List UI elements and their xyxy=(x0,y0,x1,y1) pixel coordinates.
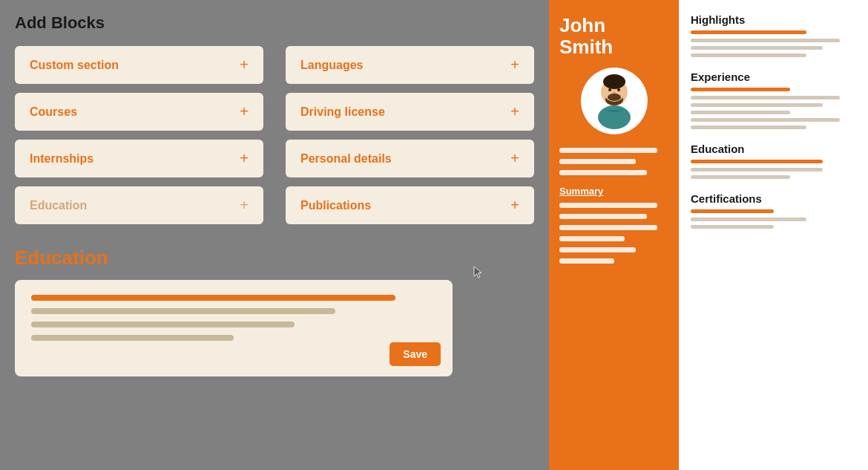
form-line-orange xyxy=(31,295,395,301)
content-line xyxy=(691,96,840,99)
sidebar-line xyxy=(559,148,657,153)
summary-line xyxy=(559,203,657,208)
section-title-certifications: Certifications xyxy=(691,192,856,205)
section-accent-line xyxy=(691,209,774,213)
resume-preview: John Smith xyxy=(549,0,868,470)
block-languages[interactable]: Languages + xyxy=(286,46,534,84)
block-driving-license[interactable]: Driving license + xyxy=(286,93,534,131)
svg-point-8 xyxy=(598,105,631,129)
summary-line xyxy=(559,214,647,219)
summary-line xyxy=(559,225,657,230)
form-line-2 xyxy=(31,322,295,327)
education-heading: Education xyxy=(15,247,534,270)
svg-point-4 xyxy=(608,88,611,91)
content-line xyxy=(691,46,823,50)
right-section-experience: Experience xyxy=(691,71,856,129)
svg-point-5 xyxy=(617,88,620,91)
save-button[interactable]: Save xyxy=(389,342,441,366)
content-line xyxy=(691,53,806,57)
plus-icon: + xyxy=(510,197,519,214)
section-title-experience: Experience xyxy=(691,71,856,83)
content-line xyxy=(691,39,840,42)
plus-icon: + xyxy=(240,103,249,120)
summary-line xyxy=(559,236,625,241)
resume-sidebar: John Smith xyxy=(549,0,679,470)
plus-icon: + xyxy=(510,103,519,120)
content-line xyxy=(691,168,823,172)
section-title-highlights: Highlights xyxy=(691,13,856,26)
section-accent-line xyxy=(691,30,806,34)
block-custom-section[interactable]: Custom section + xyxy=(15,46,263,84)
page-title: Add Blocks xyxy=(15,13,534,33)
content-line xyxy=(691,111,790,114)
block-courses[interactable]: Courses + xyxy=(15,93,263,131)
plus-icon: + xyxy=(240,150,249,167)
blocks-grid: Custom section + Languages + Courses + D… xyxy=(15,46,534,224)
plus-icon: + xyxy=(510,150,519,167)
summary-line xyxy=(559,258,614,264)
section-accent-line xyxy=(691,88,790,91)
content-line xyxy=(691,218,806,221)
resume-name: John Smith xyxy=(559,15,668,57)
summary-line xyxy=(559,247,636,252)
content-line xyxy=(691,125,806,129)
avatar xyxy=(581,68,648,134)
right-section-certifications: Certifications xyxy=(691,192,856,229)
block-personal-details[interactable]: Personal details + xyxy=(286,140,534,177)
summary-label: Summary xyxy=(559,186,668,197)
summary-lines xyxy=(559,203,668,264)
left-panel: Add Blocks Custom section + Languages + … xyxy=(0,0,549,470)
education-section: Education Save xyxy=(15,247,534,376)
sidebar-line xyxy=(559,159,636,164)
section-title-education: Education xyxy=(691,143,856,155)
resume-content: Highlights Experience Education Certific… xyxy=(679,0,868,470)
form-line-3 xyxy=(31,335,234,341)
form-line-1 xyxy=(31,308,335,314)
block-education[interactable]: Education + xyxy=(15,186,263,224)
svg-point-3 xyxy=(603,74,625,89)
plus-icon: + xyxy=(510,56,519,74)
content-line xyxy=(691,103,823,107)
svg-point-7 xyxy=(608,94,621,101)
content-line xyxy=(691,225,774,229)
plus-icon: + xyxy=(240,56,249,74)
plus-icon: + xyxy=(240,197,249,214)
right-section-highlights: Highlights xyxy=(691,13,856,57)
block-internships[interactable]: Internships + xyxy=(15,140,263,177)
sidebar-line xyxy=(559,170,647,175)
content-line xyxy=(691,175,790,179)
education-form: Save xyxy=(15,280,453,376)
right-section-education: Education xyxy=(691,143,856,179)
section-accent-line xyxy=(691,160,823,163)
resume-sidebar-lines xyxy=(559,148,668,175)
content-line xyxy=(691,118,840,122)
block-publications[interactable]: Publications + xyxy=(286,186,534,224)
